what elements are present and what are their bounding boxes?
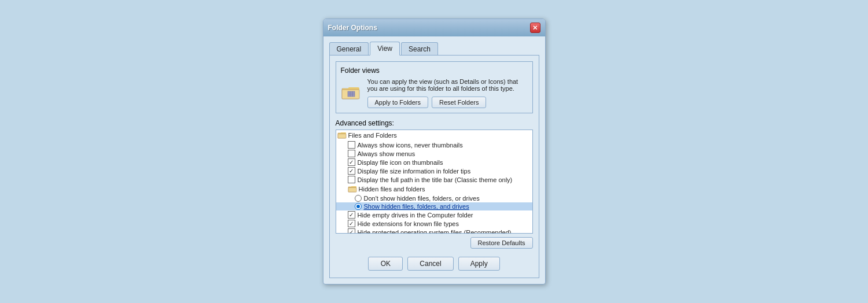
tab-search[interactable]: Search [401, 42, 438, 56]
checkbox-hide-empty-drives[interactable]: ✓ [348, 211, 355, 219]
svg-rect-8 [338, 134, 346, 139]
tree-item-file-size-info[interactable]: ✓ Display file size information in folde… [336, 167, 532, 175]
tree-item-hide-extensions[interactable]: ✓ Hide extensions for known file types [336, 219, 532, 228]
apply-to-folders-button[interactable]: Apply to Folders [367, 97, 428, 108]
checkbox-show-icons[interactable] [348, 141, 355, 149]
checkbox-hide-protected[interactable]: ✓ [348, 228, 355, 234]
tabs: General View Search [329, 41, 539, 55]
svg-rect-2 [348, 91, 355, 97]
tree-item-show-menus[interactable]: Always show menus [336, 149, 532, 158]
tree-item-file-icon-thumbnails[interactable]: ✓ Display file icon on thumbnails [336, 158, 532, 167]
tree-item-hide-empty-drives[interactable]: ✓ Hide empty drives in the Computer fold… [336, 210, 532, 219]
folder-views-description: You can apply the view (such as Details … [367, 78, 525, 92]
folder-views-content: You can apply the view (such as Details … [367, 78, 528, 108]
tree-header-hidden-files: Hidden files and folders [336, 184, 532, 194]
tree-item-dont-show-hidden[interactable]: Don't show hidden files, folders, or dri… [336, 194, 532, 202]
checkbox-show-menus[interactable] [348, 150, 355, 157]
bottom-buttons: OK Cancel Apply [336, 253, 533, 272]
cancel-button[interactable]: Cancel [407, 257, 453, 271]
checkbox-full-path[interactable] [348, 176, 355, 183]
apply-button[interactable]: Apply [458, 257, 500, 271]
tab-content-view: Folder views [329, 55, 539, 278]
files-folders-label: Files and Folders [348, 132, 397, 139]
folder-views-section: Folder views [336, 61, 533, 113]
restore-defaults-button[interactable]: Restore Defaults [470, 237, 533, 249]
folder-options-dialog: Folder Options ✕ General View Search Fol… [323, 19, 546, 284]
advanced-settings-section: Advanced settings: Files and Folders [336, 119, 533, 249]
svg-rect-10 [348, 188, 356, 193]
reset-folders-button[interactable]: Reset Folders [432, 97, 486, 108]
tab-view[interactable]: View [370, 42, 400, 56]
tree-item-show-icons[interactable]: Always show icons, never thumbnails [336, 141, 532, 149]
close-button[interactable]: ✕ [530, 23, 540, 33]
radio-dont-show-hidden[interactable] [355, 195, 362, 202]
title-bar: Folder Options ✕ [323, 19, 545, 36]
tab-general[interactable]: General [329, 42, 369, 56]
folder-views-label: Folder views [341, 66, 528, 75]
folder-yellow-icon [348, 184, 357, 194]
advanced-label: Advanced settings: [336, 119, 533, 127]
restore-defaults-row: Restore Defaults [336, 237, 533, 249]
folder-small-icon [337, 131, 347, 140]
checkbox-file-size-info[interactable]: ✓ [348, 167, 355, 175]
tree-item-full-path[interactable]: Display the full path in the title bar (… [336, 175, 532, 184]
advanced-tree[interactable]: Files and Folders Always show icons, nev… [336, 130, 533, 234]
tree-header-files-folders: Files and Folders [336, 130, 532, 141]
tree-item-hide-protected[interactable]: ✓ Hide protected operating system files … [336, 228, 532, 234]
radio-show-hidden[interactable] [355, 203, 362, 210]
dialog-body: General View Search Folder views [323, 36, 545, 284]
checkbox-file-icon-thumbnails[interactable]: ✓ [348, 158, 355, 166]
folder-views-inner: You can apply the view (such as Details … [341, 78, 528, 108]
folder-views-buttons: Apply to Folders Reset Folders [367, 97, 528, 108]
folder-icon [341, 84, 362, 102]
ok-button[interactable]: OK [368, 257, 403, 271]
tree-item-show-hidden[interactable]: Show hidden files, folders, and drives [336, 202, 532, 210]
dialog-title: Folder Options [328, 24, 377, 32]
checkbox-hide-extensions[interactable]: ✓ [348, 220, 355, 227]
